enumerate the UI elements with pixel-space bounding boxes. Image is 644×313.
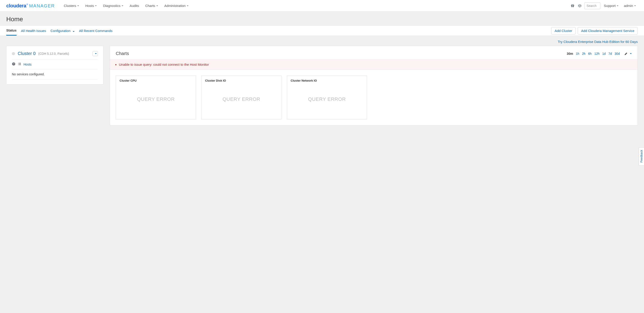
cluster-status-dot-icon [12, 52, 15, 55]
top-navbar: cloudera ® MANAGER Clusters Hosts Diagno… [0, 0, 644, 12]
parcel-icon[interactable] [577, 3, 582, 9]
caret-down-icon [630, 53, 632, 54]
cluster-header: Cluster 0 (CDH 5.12.0, Parcels) [12, 51, 98, 59]
promo-row: Try Cloudera Enterprise Data Hub Edition… [6, 36, 638, 46]
charts-error-alert: Unable to issue query: could not connect… [110, 59, 638, 70]
caret-down-icon [187, 5, 188, 6]
cluster-no-services: No services configured. [12, 69, 98, 79]
time-range-selector: 30m1h2h6h12h1d7d30d [567, 52, 632, 55]
nav-audits[interactable]: Audits [126, 0, 142, 12]
cluster-name-link[interactable]: Cluster 0 [18, 51, 36, 56]
nav-support-label: Support [604, 4, 616, 7]
svg-rect-11 [18, 65, 18, 65]
svg-point-3 [572, 4, 572, 5]
time-range-2h[interactable]: 2h [582, 52, 586, 55]
time-range-12h[interactable]: 12h [594, 52, 600, 55]
tabs-row: Status All Health Issues Configuration A… [0, 25, 644, 36]
page-header: Home [0, 12, 644, 25]
nav-hosts-label: Hosts [85, 4, 94, 7]
tab-configuration[interactable]: Configuration [50, 26, 74, 35]
svg-text:?: ? [13, 63, 14, 65]
svg-rect-12 [19, 65, 21, 65]
chart-tile-title: Cluster Network IO [291, 79, 363, 82]
tab-health-issues[interactable]: All Health Issues [21, 26, 46, 35]
nav-administration[interactable]: Administration [161, 0, 192, 12]
cluster-card: Cluster 0 (CDH 5.12.0, Parcels) ? Hosts … [6, 46, 104, 85]
cluster-hosts-row: ? Hosts [12, 59, 98, 69]
svg-rect-7 [18, 63, 18, 63]
chart-tile: Cluster Disk IOQUERY ERROR [201, 76, 282, 119]
nav-admin-label: admin [624, 4, 633, 7]
nav-support[interactable]: Support [602, 0, 620, 12]
cluster-meta: (CDH 5.12.0, Parcels) [38, 52, 69, 55]
question-icon: ? [12, 62, 16, 66]
navbar-right: Support admin [570, 0, 638, 12]
chart-tile: Cluster CPUQUERY ERROR [116, 76, 196, 119]
add-cluster-button[interactable]: Add Cluster [551, 27, 576, 34]
svg-point-4 [573, 4, 574, 5]
svg-rect-9 [18, 64, 18, 64]
time-range-1d[interactable]: 1d [602, 52, 606, 55]
nav-charts[interactable]: Charts [142, 0, 161, 12]
svg-rect-8 [19, 63, 21, 63]
brand-manager: MANAGER [29, 3, 55, 8]
time-range-1h[interactable]: 1h [576, 52, 579, 55]
nav-clusters[interactable]: Clusters [61, 0, 82, 12]
time-range-30m[interactable]: 30m [567, 52, 573, 55]
cluster-actions-dropdown[interactable] [92, 51, 98, 56]
chart-tile: Cluster Network IOQUERY ERROR [287, 76, 367, 119]
chart-query-error: QUERY ERROR [222, 96, 260, 102]
nav-administration-label: Administration [164, 4, 186, 7]
svg-rect-10 [19, 64, 21, 64]
chart-query-error: QUERY ERROR [308, 96, 346, 102]
nav-clusters-label: Clusters [64, 4, 76, 7]
caret-down-icon [77, 5, 79, 6]
caret-down-icon [634, 5, 636, 6]
tab-status[interactable]: Status [6, 26, 16, 35]
gift-icon[interactable] [570, 3, 575, 9]
caret-down-icon [95, 53, 97, 54]
nav-hosts[interactable]: Hosts [82, 0, 100, 12]
add-cms-button[interactable]: Add Cloudera Management Service [578, 27, 638, 34]
page-title: Home [6, 16, 638, 23]
chart-grid: Cluster CPUQUERY ERRORCluster Disk IOQUE… [110, 70, 638, 119]
cluster-hosts-link[interactable]: Hosts [24, 63, 32, 66]
promo-trial-link[interactable]: Try Cloudera Enterprise Data Hub Edition… [558, 40, 638, 44]
tab-configuration-label: Configuration [50, 29, 70, 33]
brand-cloudera: cloudera [6, 3, 26, 9]
list-icon [18, 62, 21, 66]
tab-recent-commands[interactable]: All Recent Commands [79, 26, 112, 35]
time-range-6h[interactable]: 6h [588, 52, 592, 55]
charts-panel: Charts 30m1h2h6h12h1d7d30d Unable to iss… [110, 46, 638, 125]
chart-tile-title: Cluster Disk IO [205, 79, 278, 82]
caret-down-icon [156, 5, 158, 6]
chart-tile-title: Cluster CPU [120, 79, 192, 82]
chart-edit-dropdown[interactable] [624, 52, 632, 55]
time-range-7d[interactable]: 7d [608, 52, 612, 55]
nav-admin-user[interactable]: admin [622, 0, 638, 12]
nav-charts-label: Charts [145, 4, 155, 7]
nav-audits-label: Audits [130, 4, 139, 7]
caret-down-icon [73, 31, 74, 32]
charts-header: Charts 30m1h2h6h12h1d7d30d [110, 51, 638, 59]
caret-down-icon [122, 5, 124, 6]
charts-error-message: Unable to issue query: could not connect… [119, 63, 632, 66]
charts-heading: Charts [116, 51, 129, 56]
chart-query-error: QUERY ERROR [137, 96, 175, 102]
tabs-actions: Add Cluster Add Cloudera Management Serv… [551, 27, 638, 34]
registered-mark: ® [26, 3, 28, 5]
nav-diagnostics[interactable]: Diagnostics [100, 0, 126, 12]
brand-logo[interactable]: cloudera ® MANAGER [6, 3, 55, 9]
search-input[interactable] [584, 2, 600, 9]
caret-down-icon [617, 5, 618, 6]
time-range-30d[interactable]: 30d [615, 52, 620, 55]
nav-diagnostics-label: Diagnostics [103, 4, 120, 7]
caret-down-icon [95, 5, 97, 6]
